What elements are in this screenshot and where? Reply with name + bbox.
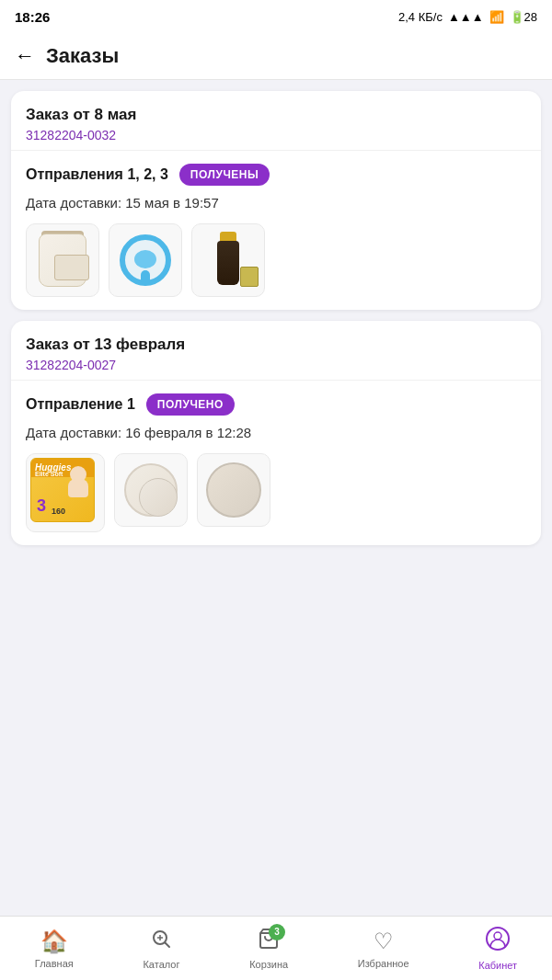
product-item-pacifier[interactable] <box>109 223 182 297</box>
svg-point-6 <box>494 932 501 940</box>
catalog-icon <box>150 929 172 954</box>
jar-visual <box>30 228 95 292</box>
jar-label <box>54 255 89 280</box>
round-item <box>206 462 261 518</box>
nav-item-favorites[interactable]: ♡ Избранное <box>358 929 409 969</box>
product-item-cotton[interactable] <box>114 453 188 527</box>
signal-icon: ▲▲▲ <box>448 10 484 24</box>
profile-icon <box>486 930 510 955</box>
shipment-block-2: Отправление 1 ПОЛУЧЕНО Дата доставки: 16… <box>11 381 541 545</box>
delivery-date-1: Дата доставки: 15 мая в 19:57 <box>26 195 526 211</box>
huggies-elite-text: Elite Soft <box>35 471 63 477</box>
back-button[interactable]: ← <box>15 44 35 68</box>
huggies-size-text: 3 <box>37 496 46 516</box>
bottom-navigation: 🏠 Главная Каталог <box>0 916 552 980</box>
cotton-disc <box>124 463 178 517</box>
status-bar: 18:26 2,4 КБ/с ▲▲▲ 📶 🔋28 <box>0 0 552 33</box>
order-header-2: Заказ от 13 февраля 31282204-0027 <box>11 321 541 381</box>
huggies-box: Huggies Elite Soft 3 160 <box>30 458 95 522</box>
products-row-1 <box>26 223 526 297</box>
bottle-body <box>217 241 239 285</box>
nav-label-cart: Корзина <box>249 959 288 970</box>
order-number-2[interactable]: 31282204-0027 <box>26 358 526 372</box>
pacifier-handle <box>141 270 150 285</box>
home-icon-wrapper: 🏠 <box>40 929 68 954</box>
product-item-huggies[interactable]: Huggies Elite Soft 3 160 <box>26 453 105 532</box>
cotton-visual <box>119 458 183 522</box>
pacifier-visual <box>113 228 178 292</box>
shipment-header-2: Отправление 1 ПОЛУЧЕНО <box>26 393 526 416</box>
orders-scroll-area: Заказ от 8 мая 31282204-0032 Отправления… <box>0 80 552 911</box>
network-speed: 2,4 КБ/с <box>398 10 443 24</box>
nav-item-home[interactable]: 🏠 Главная <box>35 929 74 969</box>
page-header: ← Заказы <box>0 33 552 80</box>
status-badge-1: ПОЛУЧЕНЫ <box>179 164 270 186</box>
cotton-inner <box>139 478 178 517</box>
delivery-date-2: Дата доставки: 16 февраля в 12:28 <box>26 425 526 440</box>
page-title: Заказы <box>46 44 119 68</box>
order-header-1: Заказ от 8 мая 31282204-0032 <box>11 91 541 151</box>
shipment-block-1: Отправления 1, 2, 3 ПОЛУЧЕНЫ Дата достав… <box>11 151 541 310</box>
order-card-2: Заказ от 13 февраля 31282204-0027 Отправ… <box>11 321 541 545</box>
huggies-visual: Huggies Elite Soft 3 160 <box>30 458 100 528</box>
svg-line-1 <box>166 942 170 947</box>
order-number-1[interactable]: 31282204-0032 <box>26 128 526 142</box>
shipment-header-1: Отправления 1, 2, 3 ПОЛУЧЕНЫ <box>26 164 526 186</box>
nav-label-profile: Кабинет <box>478 960 517 971</box>
nav-label-home: Главная <box>35 958 74 969</box>
product-item-jar[interactable] <box>26 223 99 297</box>
round-visual <box>201 458 266 522</box>
home-icon: 🏠 <box>40 929 68 953</box>
order-card-1: Заказ от 8 мая 31282204-0032 Отправления… <box>11 91 541 310</box>
wifi-icon: 📶 <box>489 10 504 24</box>
baby-body <box>68 479 88 497</box>
order-title-1: Заказ от 8 мая <box>26 106 526 124</box>
nav-item-profile[interactable]: Кабинет <box>478 927 517 971</box>
bottle-label <box>240 267 259 287</box>
catalog-icon-wrapper <box>150 928 172 955</box>
status-badge-2: ПОЛУЧЕНО <box>146 393 235 416</box>
status-time: 18:26 <box>15 9 50 25</box>
battery-icon: 🔋28 <box>510 10 537 24</box>
pacifier-center <box>134 250 156 268</box>
jar-body <box>39 234 86 287</box>
order-title-2: Заказ от 13 февраля <box>26 336 526 354</box>
huggies-count-text: 160 <box>52 507 65 516</box>
nav-label-favorites: Избранное <box>358 958 409 969</box>
favorites-icon: ♡ <box>374 929 394 953</box>
bottle-visual <box>196 228 260 292</box>
shipment-label-1: Отправления 1, 2, 3 <box>26 166 168 183</box>
cart-icon-wrapper: 3 <box>258 928 280 955</box>
shipment-label-2: Отправление 1 <box>26 396 135 413</box>
product-item-round[interactable] <box>197 453 270 527</box>
status-icons: 2,4 КБ/с ▲▲▲ 📶 🔋28 <box>398 10 537 24</box>
cart-badge: 3 <box>269 924 285 940</box>
favorites-icon-wrapper: ♡ <box>374 929 394 954</box>
nav-item-catalog[interactable]: Каталог <box>143 928 179 970</box>
product-item-bottle[interactable] <box>191 223 265 297</box>
nav-label-catalog: Каталог <box>143 959 179 970</box>
nav-item-cart[interactable]: 3 Корзина <box>249 928 288 970</box>
products-row-2: Huggies Elite Soft 3 160 <box>26 453 526 532</box>
huggies-baby <box>64 466 92 501</box>
profile-icon-wrapper <box>486 927 510 956</box>
